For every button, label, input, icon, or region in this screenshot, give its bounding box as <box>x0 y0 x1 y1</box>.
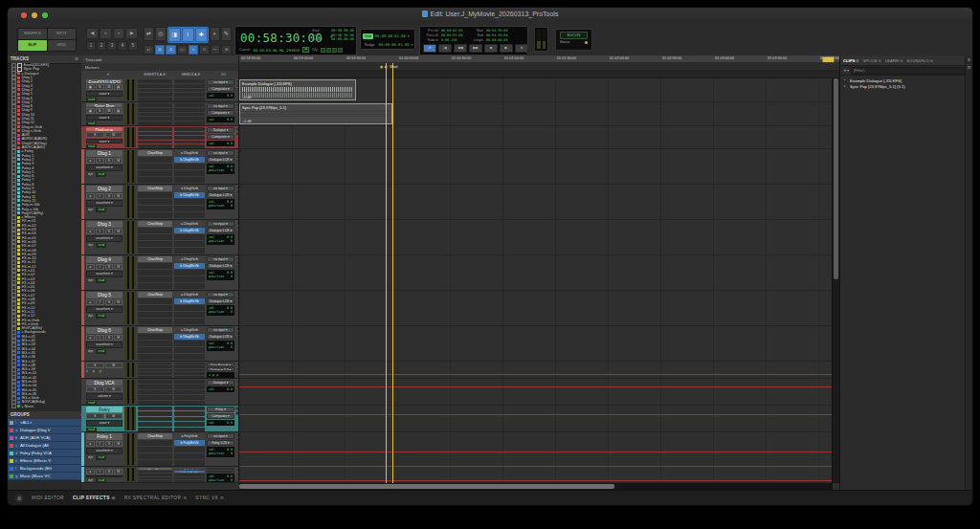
track-name[interactable]: Foley <box>86 407 122 412</box>
zoomer-tool-icon[interactable]: ◎ <box>155 27 166 41</box>
empty-slot[interactable]: · <box>138 298 172 304</box>
transport-button[interactable]: ▶▶ <box>469 44 482 53</box>
empty-slot[interactable]: · <box>138 79 172 83</box>
output-path-selector[interactable]: Dialogue 5.0 ▾ <box>207 367 234 371</box>
zoom-toggle-icon[interactable]: ⇄ <box>144 27 154 41</box>
track-mini-button[interactable] <box>235 155 239 159</box>
grid-indicator-icon[interactable]: ▦ <box>302 47 309 53</box>
track-lane[interactable] <box>239 291 833 326</box>
smart-tool-group[interactable]: ◨I✚ <box>167 27 209 43</box>
empty-slot[interactable]: · <box>174 365 205 367</box>
track-view-selector[interactable]: waveform ▾ <box>86 342 122 348</box>
send-b[interactable]: b DlogMxVb <box>174 263 205 269</box>
clip-gain-label[interactable]: ◂ 0 dB <box>242 96 252 99</box>
tab-splice[interactable]: SPLICE⊞ <box>863 58 881 63</box>
dyn-button[interactable]: dyn <box>86 349 95 354</box>
zoom-arrow-button[interactable]: ≈ <box>100 28 112 39</box>
empty-slot[interactable]: · <box>174 117 205 121</box>
track-mini-button[interactable] <box>235 327 239 331</box>
input-path-selector[interactable]: no input ▾ <box>207 468 234 470</box>
record-arm-button[interactable]: ● <box>86 158 95 164</box>
empty-slot[interactable]: · <box>174 376 205 378</box>
empty-slot[interactable]: · <box>174 474 205 475</box>
empty-slot[interactable]: · <box>138 89 172 93</box>
empty-slot[interactable]: · <box>174 270 205 276</box>
zoom-preset-button[interactable]: 4 <box>118 41 127 51</box>
track-mini-button[interactable] <box>235 190 239 194</box>
zoom-arrow-button[interactable]: ▶ <box>125 28 138 39</box>
track-view-selector[interactable]: waveform ▾ <box>86 235 122 242</box>
empty-slot[interactable]: · <box>174 141 205 144</box>
track-header[interactable]: Dlog 5●ISMwaveform ▾dynreadChanStrip····… <box>81 291 239 326</box>
empty-slot[interactable]: · <box>138 84 172 88</box>
record-arm-button[interactable]: ● <box>86 469 95 474</box>
empty-slot[interactable]: · <box>138 164 172 169</box>
automation-mode-read[interactable]: read <box>96 278 106 283</box>
selector-tool-icon[interactable]: I <box>182 28 194 42</box>
track-view-selector[interactable]: wave ▾ <box>86 420 122 426</box>
empty-slot[interactable]: · <box>138 365 172 367</box>
empty-slot[interactable]: · <box>174 390 205 394</box>
empty-slot[interactable]: · <box>138 121 172 125</box>
output-path-selector[interactable]: Dialogue LCR ▾ <box>207 298 234 304</box>
output-path-selector[interactable]: Foley LCR ▾ <box>207 440 234 446</box>
grid-mode-button[interactable]: GRID <box>48 40 77 51</box>
group-list-item[interactable]: gMusic (Music VC <box>8 473 81 480</box>
output-path-selector[interactable]: Dialogue LCR ▾ <box>207 157 234 163</box>
track-view-selector[interactable]: waveform ▾ <box>86 165 122 171</box>
empty-slot[interactable]: · <box>138 369 172 371</box>
volume-readout[interactable]: vol0.0position0 <box>207 270 234 280</box>
empty-slot[interactable]: · <box>138 157 172 163</box>
bottom-tab-sync-vx[interactable]: SYNC VX⊞ <box>195 496 224 500</box>
output-path-selector[interactable]: Dialogue LCR ▾ <box>207 263 234 269</box>
empty-slot[interactable]: · <box>174 319 205 324</box>
automation-mode-read[interactable]: read <box>96 478 106 483</box>
empty-slot[interactable]: · <box>174 248 205 253</box>
send-b[interactable]: b DlogMxVb <box>174 298 205 304</box>
solo-button[interactable]: S <box>86 132 104 138</box>
empty-slot[interactable]: · <box>174 93 205 97</box>
horizontal-scrollbar[interactable] <box>239 483 833 490</box>
empty-slot[interactable]: · <box>174 177 205 183</box>
automation-mode-read[interactable]: read <box>86 121 97 126</box>
record-arm-button[interactable]: ● <box>86 441 95 447</box>
send-a[interactable]: a FolyVerb <box>174 433 205 439</box>
automation-mode-read[interactable]: read <box>86 401 97 406</box>
empty-slot[interactable]: · <box>174 369 205 371</box>
mute-button[interactable]: M <box>114 229 122 234</box>
group-list-item[interactable]: cAll Dialogue (All <box>8 442 81 450</box>
empty-slot[interactable]: · <box>138 417 172 421</box>
grid-value[interactable]: 00:00:00:01.00 <box>375 33 406 38</box>
track-mini-button[interactable] <box>235 132 239 136</box>
empty-slot[interactable]: · <box>138 206 172 211</box>
solo-button[interactable]: S <box>96 108 104 114</box>
group-list-item[interactable]: dFoley (Foley VCA <box>8 450 81 457</box>
track-lane[interactable] <box>239 220 833 255</box>
empty-slot[interactable]: · <box>138 422 172 426</box>
mute-button[interactable]: M <box>114 299 122 305</box>
empty-slot[interactable]: · <box>174 234 205 240</box>
volume-readout[interactable]: vol0.0 <box>207 141 234 146</box>
input-monitor-button[interactable]: ▣ <box>86 84 95 90</box>
layered-editing[interactable]: ⊙ <box>199 45 210 55</box>
empty-slot[interactable]: · <box>174 407 205 410</box>
output-path-selector[interactable]: Composite ▾ <box>207 110 234 116</box>
link-track-edit[interactable]: ≣ <box>166 45 176 55</box>
solo-button[interactable]: S <box>86 413 104 419</box>
empty-slot[interactable]: · <box>174 241 205 247</box>
empty-slot[interactable]: · <box>174 127 205 131</box>
output-path-selector[interactable]: Dialogue LCR ▾ <box>207 334 234 340</box>
input-monitor-button[interactable]: I <box>96 264 104 270</box>
empty-slot[interactable]: · <box>138 401 172 405</box>
empty-slot[interactable]: · <box>138 428 172 431</box>
track-mini-button[interactable] <box>235 292 239 296</box>
input-path-selector[interactable]: Dlog Reverb ▾ <box>207 363 234 366</box>
empty-slot[interactable]: · <box>138 170 172 176</box>
track-view-selector[interactable]: waveform ▾ <box>86 448 122 454</box>
empty-slot[interactable]: · <box>174 477 205 479</box>
empty-slot[interactable]: · <box>174 108 205 112</box>
horizontal-scroll-thumb[interactable] <box>239 484 614 489</box>
send-b[interactable]: b DlogMxVb <box>174 334 205 340</box>
nudge-value[interactable]: 00:00:00:01.00 <box>379 42 410 47</box>
empty-slot[interactable]: · <box>174 347 205 353</box>
